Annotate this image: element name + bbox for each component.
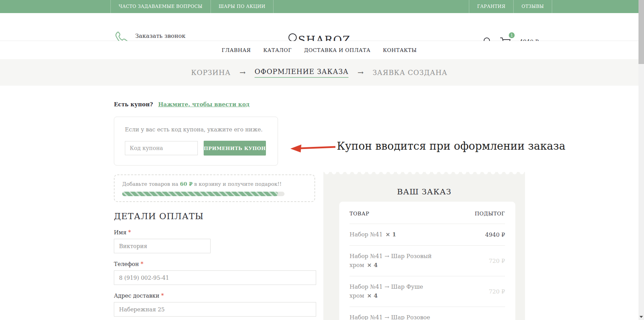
nav-item-home[interactable]: ГЛАВНАЯ xyxy=(222,47,251,53)
order-row: Набор №41 → Шар Фуше хром× 4 720 ₽ xyxy=(350,276,505,307)
address-field-label: Адрес доставки * xyxy=(114,292,164,299)
order-row: Набор №41 → Шар Розовый хром× 4 720 ₽ xyxy=(350,246,505,276)
order-item-price: 4940 ₽ xyxy=(485,232,505,238)
name-label-text: Имя xyxy=(114,229,127,236)
order-item-name: Набор №41× 1 xyxy=(350,230,463,239)
cart-count-badge: 1 xyxy=(509,32,515,38)
topbar-right-menu: ГАРАНТИЯ ОТЗЫВЫ xyxy=(469,0,552,13)
coupon-hint: Если у вас есть код купона, укажите его … xyxy=(125,126,262,133)
scrollbar[interactable] xyxy=(638,0,644,320)
topbar-item-reviews[interactable]: ОТЗЫВЫ xyxy=(513,0,552,13)
step-checkout-current[interactable]: ОФОРМЛЕНИЕ ЗАКАЗА xyxy=(255,67,348,78)
topbar: ЧАСТО ЗАДАВАЕМЫЕ ВОПРОСЫ ШАРЫ ПО АКЦИИ Г… xyxy=(0,0,638,13)
address-field[interactable] xyxy=(114,302,316,317)
step-cart[interactable]: КОРЗИНА xyxy=(191,68,231,77)
gift-amount: 60 ₽ xyxy=(180,181,193,187)
order-item-qty: × 1 xyxy=(386,231,396,238)
required-mark: * xyxy=(161,292,164,299)
checkout-page: ЧАСТО ЗАДАВАЕМЫЕ ВОПРОСЫ ШАРЫ ПО АКЦИИ Г… xyxy=(0,0,644,320)
order-table-header: ТОВАР ПОДЫТОГ xyxy=(350,211,505,224)
nav-item-delivery[interactable]: ДОСТАВКА И ОПЛАТА xyxy=(304,47,371,53)
order-item-line1: Набор №41 → Шар Розовое xyxy=(350,314,430,320)
coupon-code-input[interactable] xyxy=(125,141,198,155)
order-col-product: ТОВАР xyxy=(350,211,369,217)
annotation-arrow-icon xyxy=(290,143,336,153)
gift-text-prefix: Добавьте товаров на xyxy=(122,181,180,187)
topbar-item-warranty[interactable]: ГАРАНТИЯ xyxy=(469,0,513,13)
order-item-line1: Набор №41 → Шар Фуше xyxy=(350,284,423,290)
required-mark: * xyxy=(128,229,131,236)
order-item-name: Набор №41 → Шар Розовый хром× 4 xyxy=(350,252,463,270)
step-arrow-icon: → xyxy=(239,68,246,77)
topbar-item-faq[interactable]: ЧАСТО ЗАДАВАЕМЫЕ ВОПРОСЫ xyxy=(110,0,211,13)
gift-progress-bar xyxy=(122,192,285,196)
order-row: Набор №41× 1 4940 ₽ xyxy=(350,224,505,246)
order-item-name: Набор №41 → Шар Розовое Золото хром× 2 xyxy=(350,313,463,320)
order-row: Набор №41 → Шар Розовое Золото хром× 2 3… xyxy=(350,307,505,320)
name-field-label: Имя * xyxy=(114,229,131,236)
order-item-line1: Набор №41 → Шар Розовый xyxy=(350,253,432,259)
callback-label[interactable]: Заказать звонок xyxy=(135,32,192,39)
scrollbar-down-arrow-icon[interactable] xyxy=(640,316,643,318)
order-summary-panel: ВАШ ЗАКАЗ ТОВАР ПОДЫТОГ Набор №41× 1 494… xyxy=(323,172,525,320)
order-item-line1: Набор №41 xyxy=(350,231,383,238)
coupon-toggle-link[interactable]: Нажмите, чтобы ввести код xyxy=(158,101,250,108)
address-label-text: Адрес доставки xyxy=(114,292,159,299)
order-item-price: 720 ₽ xyxy=(489,288,505,295)
order-item-price: 720 ₽ xyxy=(489,258,505,264)
order-item-line2: хром xyxy=(350,262,364,268)
nav-item-contacts[interactable]: КОНТАКТЫ xyxy=(383,47,417,53)
step-order-created: ЗАЯВКА СОЗДАНА xyxy=(373,68,448,77)
order-item-qty: × 4 xyxy=(367,292,378,299)
gift-progress-fill xyxy=(122,192,278,196)
topbar-left-menu: ЧАСТО ЗАДАВАЕМЫЕ ВОПРОСЫ ШАРЫ ПО АКЦИИ xyxy=(110,0,273,13)
main-nav: ГЛАВНАЯ КАТАЛОГ ДОСТАВКА И ОПЛАТА КОНТАК… xyxy=(0,41,638,59)
name-field[interactable] xyxy=(114,239,211,253)
phone-label-text: Телефон xyxy=(114,261,139,267)
phone-field-label: Телефон * xyxy=(114,261,143,267)
annotation-text: Купон вводится при оформлении заказа xyxy=(337,140,565,152)
scrollbar-thumb[interactable] xyxy=(638,0,644,64)
coupon-box: Если у вас есть код купона, укажите его … xyxy=(114,117,278,166)
order-item-price: 360 ₽ xyxy=(489,319,505,320)
nav-item-catalog[interactable]: КАТАЛОГ xyxy=(263,47,292,53)
order-item-qty: × 4 xyxy=(367,262,378,268)
order-item-line2: хром xyxy=(350,292,364,299)
order-card: ТОВАР ПОДЫТОГ Набор №41× 1 4940 ₽ Набор … xyxy=(339,202,515,320)
coupon-question-label: Есть купон? xyxy=(114,101,153,108)
apply-coupon-button[interactable]: ПРИМЕНИТЬ КУПОН xyxy=(204,141,266,156)
order-col-subtotal: ПОДЫТОГ xyxy=(475,211,505,217)
order-item-name: Набор №41 → Шар Фуше хром× 4 xyxy=(350,282,463,300)
phone-field[interactable] xyxy=(114,270,316,285)
header: Заказать звонок 8 (919) 002-95-41 SHAROZ xyxy=(0,13,638,41)
order-title: ВАШ ЗАКАЗ xyxy=(323,187,525,196)
required-mark: * xyxy=(141,261,143,267)
step-arrow-icon: → xyxy=(357,68,364,77)
gift-banner: Добавьте товаров на 60 ₽ в корзину и пол… xyxy=(114,174,315,202)
coupon-question-row: Есть купон? Нажмите, чтобы ввести код xyxy=(114,101,249,108)
billing-title: ДЕТАЛИ ОПЛАТЫ xyxy=(114,211,204,221)
checkout-steps: КОРЗИНА → ОФОРМЛЕНИЕ ЗАКАЗА → ЗАЯВКА СОЗ… xyxy=(0,59,638,86)
gift-text-suffix: в корзину и получите подарок!! xyxy=(193,181,282,187)
gift-banner-text: Добавьте товаров на 60 ₽ в корзину и пол… xyxy=(122,181,282,187)
topbar-item-promo-balloons[interactable]: ШАРЫ ПО АКЦИИ xyxy=(211,0,274,13)
